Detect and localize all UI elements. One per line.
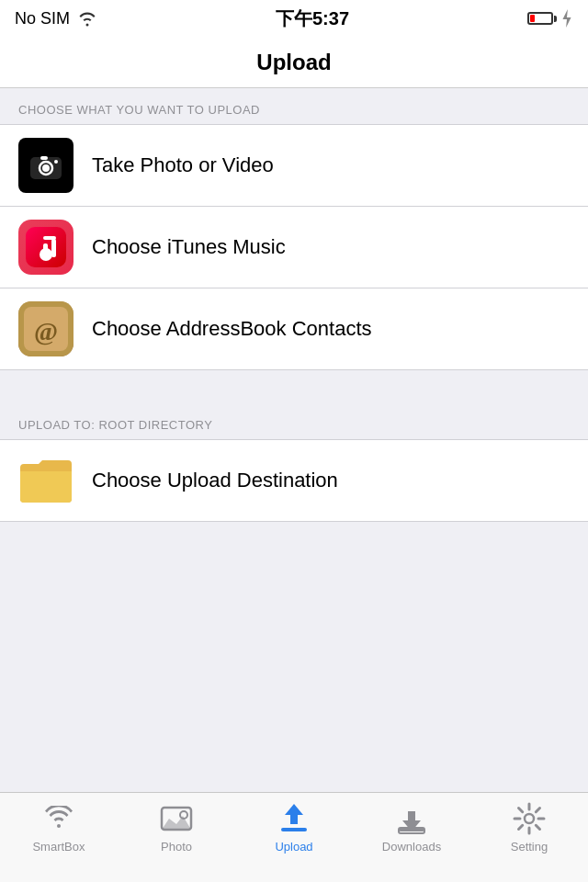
settings-icon [513, 802, 546, 835]
camera-icon [18, 138, 74, 193]
tab-item-downloads[interactable]: Downloads [356, 802, 467, 854]
page-title: Upload [256, 50, 331, 75]
contacts-row-label: Choose AddressBook Contacts [92, 316, 372, 343]
tab-item-setting[interactable]: Setting [474, 802, 584, 854]
section-header-upload: CHOOSE WHAT YOU WANT TO UPLOAD [0, 88, 588, 124]
destination-row-label: Choose Upload Destination [92, 469, 338, 492]
tab-item-photo[interactable]: Photo [121, 802, 232, 854]
svg-line-29 [536, 808, 539, 812]
svg-rect-9 [51, 239, 56, 257]
svg-line-28 [536, 825, 539, 829]
itunes-row[interactable]: Choose iTunes Music [0, 207, 588, 288]
itunes-row-label: Choose iTunes Music [92, 235, 286, 259]
section-header-destination: UPLOAD TO: ROOT DIRECTORY [0, 403, 588, 439]
carrier-label: No SIM [15, 9, 70, 28]
downloads-icon [395, 802, 428, 835]
tab-label-upload: Upload [275, 840, 312, 854]
tab-label-setting: Setting [511, 840, 548, 854]
destination-table: Choose Upload Destination [0, 439, 588, 522]
tab-label-downloads: Downloads [382, 840, 441, 854]
photo-icon [160, 802, 193, 835]
status-left: No SIM [15, 9, 97, 28]
tab-item-upload[interactable]: Upload [239, 802, 349, 854]
svg-point-3 [42, 164, 50, 172]
svg-rect-4 [40, 156, 48, 160]
tab-bar: SmartBox Photo Upload [0, 792, 588, 882]
svg-marker-17 [285, 804, 303, 824]
tab-label-smartbox: SmartBox [32, 840, 85, 854]
contacts-icon: @ [18, 301, 74, 356]
tab-label-photo: Photo [161, 840, 192, 854]
svg-point-5 [54, 160, 58, 164]
itunes-icon [18, 220, 74, 275]
svg-point-22 [525, 814, 534, 823]
svg-rect-10 [43, 243, 48, 256]
section-spacer [0, 370, 588, 403]
svg-text:@: @ [34, 317, 58, 345]
nav-bar: Upload [0, 37, 588, 88]
camera-row-label: Take Photo or Video [92, 153, 274, 177]
lightning-icon [560, 9, 573, 28]
status-right [527, 9, 573, 28]
tab-item-smartbox[interactable]: SmartBox [4, 802, 114, 854]
svg-line-30 [519, 825, 523, 829]
svg-line-27 [519, 808, 523, 812]
svg-rect-18 [281, 828, 307, 831]
destination-row[interactable]: Choose Upload Destination [0, 440, 588, 521]
wifi-icon [77, 10, 97, 27]
smartbox-icon [42, 802, 75, 835]
content-area: CHOOSE WHAT YOU WANT TO UPLOAD Take Phot… [0, 88, 588, 792]
folder-icon [18, 453, 74, 508]
svg-marker-0 [562, 9, 571, 28]
upload-options-table: Take Photo or Video [0, 124, 588, 370]
camera-row[interactable]: Take Photo or Video [0, 125, 588, 207]
contacts-row[interactable]: @ Choose AddressBook Contacts [0, 288, 588, 369]
status-bar: No SIM 下午5:37 [0, 0, 588, 37]
status-time: 下午5:37 [276, 6, 349, 31]
upload-icon [277, 802, 311, 835]
battery-icon [527, 12, 557, 25]
